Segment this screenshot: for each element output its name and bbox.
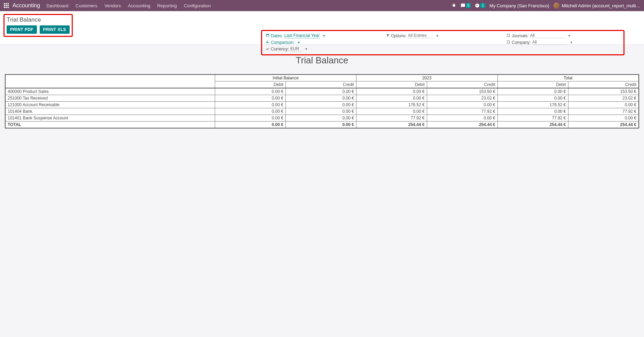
print-xls-button[interactable]: PRINT XLS: [40, 25, 70, 34]
funnel-icon: [386, 33, 390, 38]
total-label: TOTAL: [5, 122, 215, 128]
cell-value: 0.00 €: [285, 108, 356, 115]
app-brand[interactable]: Accounting: [13, 2, 40, 9]
cell-value: 77.92 €: [356, 115, 427, 122]
page-title: Trial Balance: [7, 16, 70, 23]
col-debit: Debit: [497, 81, 568, 88]
dates-value[interactable]: Last Financial Year: [284, 33, 320, 38]
svg-rect-8: [8, 7, 9, 8]
options-value[interactable]: All Entries: [408, 33, 433, 38]
svg-rect-2: [8, 3, 9, 5]
cell-value: 0.00 €: [427, 102, 497, 108]
apps-icon[interactable]: [3, 3, 9, 8]
group-year: 2023: [356, 75, 497, 81]
cell-value: 0.00 €: [285, 102, 356, 108]
activities-badge: 1: [480, 3, 485, 8]
control-panel: Trial Balance PRINT PDF PRINT XLS Dates:…: [0, 11, 644, 45]
filter-comparison[interactable]: Comparison: ▼: [266, 40, 379, 45]
caret-down-icon[interactable]: ▼: [297, 41, 300, 44]
cell-value: 0.00 €: [215, 108, 286, 115]
table-row[interactable]: 101404 Bank0.00 €0.00 €0.00 €77.92 €0.00…: [5, 108, 639, 115]
line-chart-icon: [266, 47, 269, 52]
cell-value: 176.52 €: [497, 102, 568, 108]
cell-value: 0.00 €: [215, 88, 286, 95]
caret-down-icon[interactable]: ▼: [305, 47, 308, 51]
cell-value: 254.44 €: [356, 122, 427, 128]
caret-down-icon[interactable]: ▼: [570, 41, 573, 44]
filter-currency[interactable]: Currency: EUR ▼: [266, 46, 379, 52]
journals-value[interactable]: All: [530, 33, 565, 38]
table-row[interactable]: 400000 Product Sales0.00 €0.00 €0.00 €15…: [5, 88, 639, 95]
caret-down-icon[interactable]: ▼: [436, 34, 439, 38]
nav-vendors[interactable]: Vendors: [104, 3, 121, 8]
options-label: Options:: [391, 33, 407, 38]
company-value[interactable]: All: [532, 40, 567, 45]
cell-value: 0.00 €: [215, 122, 286, 128]
comparison-label: Comparison:: [271, 40, 294, 45]
account-name: 251000 Tax Received: [5, 95, 215, 102]
filter-options[interactable]: Options: All Entries ▼: [386, 33, 500, 38]
nav-accounting[interactable]: Accounting: [128, 3, 150, 8]
col-debit: Debit: [215, 81, 286, 88]
nav-configuration[interactable]: Configuration: [184, 3, 211, 8]
svg-rect-6: [4, 7, 5, 8]
cell-value: 0.00 €: [356, 108, 427, 115]
book-icon: [506, 33, 510, 38]
cell-value: 0.00 €: [356, 95, 427, 102]
cell-value: 0.00 €: [215, 102, 286, 108]
filter-company[interactable]: Company: All ▼: [506, 40, 620, 45]
col-credit: Credit: [427, 81, 497, 88]
col-debit: Debit: [356, 81, 427, 88]
messages-badge: 5: [466, 3, 471, 8]
total-row: TOTAL0.00 €0.00 €254.44 €254.44 €254.44 …: [5, 122, 639, 128]
company-switcher[interactable]: My Company (San Francisco): [489, 3, 549, 8]
cell-value: 77.92 €: [427, 108, 497, 115]
table-row[interactable]: 251000 Tax Received0.00 €0.00 €0.00 €23.…: [5, 95, 639, 102]
trial-balance-table: Initial Balance 2023 Total Debit Credit …: [5, 74, 639, 128]
currency-value[interactable]: EUR: [290, 46, 302, 52]
cell-value: 0.00 €: [285, 115, 356, 122]
account-name: 101401 Bank Suspense Account: [5, 115, 215, 122]
col-credit: Credit: [285, 81, 356, 88]
caret-down-icon[interactable]: ▼: [568, 34, 571, 38]
svg-rect-0: [4, 3, 5, 5]
svg-rect-4: [6, 5, 7, 6]
cell-value: 23.02 €: [427, 95, 497, 102]
col-credit: Credit: [568, 81, 639, 88]
nav-dashboard[interactable]: Dashboard: [46, 3, 69, 8]
bug-icon[interactable]: [451, 3, 456, 8]
print-pdf-button[interactable]: PRINT PDF: [7, 25, 37, 34]
cell-value: 153.50 €: [427, 88, 497, 95]
cell-value: 254.44 €: [568, 122, 639, 128]
table-row[interactable]: 121000 Account Receivable0.00 €0.00 €176…: [5, 102, 639, 108]
book-icon: [506, 40, 510, 45]
group-total: Total: [497, 75, 639, 81]
cell-value: 0.00 €: [497, 88, 568, 95]
caret-down-icon[interactable]: ▼: [322, 34, 325, 38]
cell-value: 0.00 €: [215, 115, 286, 122]
svg-rect-3: [4, 5, 5, 6]
cell-value: 0.00 €: [497, 95, 568, 102]
table-row[interactable]: 101401 Bank Suspense Account0.00 €0.00 €…: [5, 115, 639, 122]
company-label: Company:: [512, 40, 531, 45]
nav-customers[interactable]: Customers: [76, 3, 97, 8]
cell-value: 153.50 €: [568, 88, 639, 95]
nav-reporting[interactable]: Reporting: [157, 3, 177, 8]
avatar: [553, 2, 560, 9]
cell-value: 0.00 €: [568, 102, 639, 108]
messages-icon[interactable]: 5: [461, 3, 471, 8]
report-area: Trial Balance Initial Balance 2023 Total…: [0, 45, 644, 135]
account-name: 121000 Account Receivable: [5, 102, 215, 108]
svg-rect-1: [6, 3, 7, 5]
report-title: Trial Balance: [5, 55, 639, 66]
activities-icon[interactable]: 1: [475, 3, 485, 8]
cell-value: 0.00 €: [356, 88, 427, 95]
cell-value: 0.00 €: [285, 122, 356, 128]
filter-journals[interactable]: Journals: All ▼: [506, 33, 620, 38]
cell-value: 0.00 €: [497, 108, 568, 115]
user-menu[interactable]: Mitchell Admin (account_report_multi…: [553, 2, 641, 9]
filter-dates[interactable]: Dates: Last Financial Year ▼: [266, 33, 379, 38]
top-navbar: Accounting Dashboard Customers Vendors A…: [0, 0, 644, 11]
filters-highlight: Dates: Last Financial Year ▼ Options: Al…: [261, 30, 625, 55]
cell-value: 0.00 €: [427, 115, 497, 122]
